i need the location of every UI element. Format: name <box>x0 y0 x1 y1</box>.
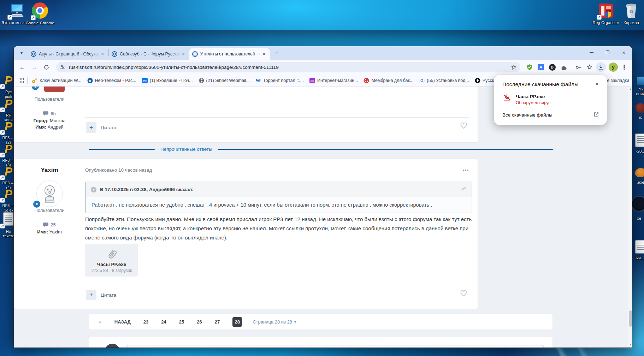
tab-akuly[interactable]: Акулы - Страница 6 - Обсужде × <box>28 48 108 60</box>
bookmark-google-doc[interactable]: G (55) Установка под... <box>419 78 469 83</box>
quote-chevron-icon[interactable]: ▼ <box>91 187 96 192</box>
window-maximize-button[interactable] <box>599 46 616 58</box>
desktop-icon-label: Reg Organizer <box>591 20 621 25</box>
avatar[interactable] <box>44 87 65 92</box>
bookmarks-separator <box>27 77 28 84</box>
adblock-shield-icon[interactable] <box>525 62 534 72</box>
new-tab-button[interactable]: + <box>272 48 282 58</box>
page-selector[interactable]: Страница 28 из 28 ▾ <box>253 319 296 325</box>
app-p-icon: P <box>5 74 12 87</box>
downloads-button[interactable] <box>596 62 606 72</box>
apps-grid-icon[interactable] <box>19 78 24 83</box>
close-icon[interactable]: × <box>593 80 601 88</box>
multiquote-plus-button[interactable]: + <box>86 290 96 300</box>
member-column: Пользователи 65 Город: Москва Имя: Андре… <box>14 87 85 130</box>
translate-extension-icon[interactable]: A <box>536 62 546 72</box>
quote-block: ▼ В 17.10.2025 в 02:38, Андрей696 сказал… <box>85 182 472 213</box>
external-link-icon[interactable] <box>593 112 599 117</box>
vk-favicon-icon: VK <box>142 78 148 83</box>
bookmark-sibnet-webmail[interactable]: (21) Sibnet Webmail... <box>199 78 250 83</box>
bookmark-neo-telecom[interactable]: n Нео-телеком - Рас... <box>87 78 136 83</box>
window-controls: × <box>583 46 632 58</box>
window-minimize-button[interactable] <box>583 46 599 58</box>
globe-favicon-icon <box>199 78 204 83</box>
bookmark-membrana[interactable]: Мембрана для бак... <box>364 78 413 83</box>
pagination-page[interactable]: 23 <box>143 319 148 325</box>
desktop-icon-recycle-bin[interactable]: ♻ Корзина <box>619 2 644 25</box>
text-document-icon <box>3 212 14 226</box>
pin-badge-icon <box>31 87 40 91</box>
tab-title: Саблезуб - С - Форум Русской <box>120 52 180 57</box>
comment-count: 65 <box>14 111 85 116</box>
downloaded-file-name[interactable]: Часы PP.exe <box>516 94 545 99</box>
scroll-up-icon[interactable]: ▲ <box>628 87 632 91</box>
paperclip-icon <box>106 248 117 260</box>
desktop-icon-reg-organizer[interactable]: ↗ Reg Organizer <box>591 2 621 25</box>
quote-share-arrow-icon[interactable] <box>461 187 467 192</box>
bookmark-wildberries[interactable]: wb Интернет-магазин... <box>309 78 358 83</box>
pagination-first[interactable]: « <box>99 319 102 325</box>
butterfly-favicon-icon <box>255 78 261 83</box>
pagination-page[interactable]: 27 <box>215 319 220 325</box>
reload-button[interactable] <box>41 62 51 72</box>
bookmark-key-activation[interactable]: Ключ активации W... <box>32 78 82 83</box>
tab-close-icon[interactable]: × <box>180 51 187 57</box>
site-info-icon[interactable] <box>60 64 65 70</box>
desktop: ↗ Этот компьютер ↗ Google Chrome ↗ Reg O… <box>0 0 644 356</box>
extensions-puzzle-icon[interactable] <box>559 62 568 72</box>
pagination-page[interactable]: 26 <box>197 319 202 325</box>
tab-strip: ▾ Акулы - Страница 6 - Обсужде × Саблезу… <box>14 46 632 60</box>
page-scrollbar[interactable]: ▲ ▼ <box>628 87 632 348</box>
browser-toolbar: ← → rus-fishsoft.ru/forum/index.php?/top… <box>14 60 632 75</box>
tab-title: Утилиты от пользователей - С <box>200 52 261 57</box>
downloads-popup: Последние скачанные файлы × Часы PP.exe … <box>494 75 607 125</box>
reading-list-star-icon[interactable] <box>585 62 595 72</box>
forward-button[interactable]: → <box>29 62 39 72</box>
like-heart-icon[interactable] <box>459 120 468 131</box>
pagination-back[interactable]: НАЗАД <box>114 319 131 325</box>
post-options-icon[interactable] <box>463 170 469 171</box>
address-bar[interactable]: rus-fishsoft.ru/forum/index.php?/topic/3… <box>56 62 520 72</box>
url-text[interactable]: rus-fishsoft.ru/forum/index.php?/topic/3… <box>69 65 511 70</box>
desktop-icon-fragment-4[interactable]: .exe <box>632 168 644 185</box>
black-emblem-favicon-icon <box>475 78 480 83</box>
scroll-down-icon[interactable]: ▼ <box>628 342 632 347</box>
bookmark-torrent-portal[interactable]: Торрент портал ::.... <box>255 78 304 83</box>
bookmark-vk-mail[interactable]: VK (1) Входящие - Поч... <box>142 78 193 83</box>
comments-bubble-icon <box>43 222 48 227</box>
scrollbar-thumb[interactable] <box>629 310 632 327</box>
tab-utility-active[interactable]: Утилиты от пользователей - С × <box>189 48 270 60</box>
attachment-card[interactable]: Часы PP.exe 273.5 kB · 8 загрузок <box>85 244 138 277</box>
desktop-icon-google-chrome[interactable]: ↗ Google Chrome <box>25 2 55 25</box>
tab-close-icon[interactable]: × <box>261 51 267 57</box>
like-heart-icon[interactable] <box>459 288 468 298</box>
pagination-page[interactable]: 24 <box>161 319 166 325</box>
browser-menu-button[interactable] <box>620 62 628 72</box>
desktop-icon-fragment-2[interactable]: іс <box>632 103 644 120</box>
attachment-name[interactable]: Часы PP.exe <box>85 262 138 267</box>
back-button[interactable]: ← <box>17 62 27 72</box>
quote-button[interactable]: Цитата <box>101 125 116 130</box>
desktop-icon-fragment-1[interactable]: льения <box>632 76 644 96</box>
reply-input[interactable] <box>126 345 544 348</box>
member-city: Город: Москва <box>14 118 85 123</box>
password-key-icon[interactable] <box>573 62 583 72</box>
tab-search-button[interactable]: ▾ <box>17 48 26 58</box>
quote-button[interactable]: Цитата <box>101 292 116 298</box>
avatar <box>105 344 120 348</box>
all-downloads-link[interactable]: Все скачанные файлы <box>502 112 552 118</box>
svg-text:wb: wb <box>310 79 314 82</box>
pagination-page[interactable]: 25 <box>179 319 184 325</box>
pagination-page-active[interactable]: 28 <box>232 317 242 327</box>
b-extension-icon[interactable]: B <box>547 62 557 72</box>
desktop-icon-fragment-5[interactable]: xe <box>631 196 644 221</box>
tab-sablezub[interactable]: Саблезуб - С - Форум Русской × <box>109 48 189 60</box>
window-close-button[interactable]: × <box>616 46 632 58</box>
profile-avatar[interactable]: y <box>609 63 618 72</box>
desktop-icon-fragment-6[interactable]: ыч.... <box>632 240 644 260</box>
desktop-icon-fragment-3[interactable]: -20... <box>632 134 644 154</box>
tab-close-icon[interactable]: × <box>99 51 106 57</box>
post-author-name[interactable]: Yaxim <box>14 167 85 174</box>
multiquote-plus-button[interactable]: + <box>86 122 96 133</box>
bookmark-star-icon[interactable] <box>511 64 517 70</box>
